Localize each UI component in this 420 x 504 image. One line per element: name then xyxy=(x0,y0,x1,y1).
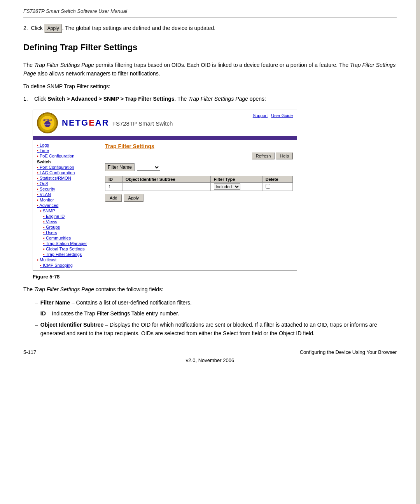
sidebar-item-global-trap[interactable]: Global Trap Settings xyxy=(35,246,99,252)
col-id: ID xyxy=(105,176,122,182)
sidebar-item-security[interactable]: Security xyxy=(35,186,99,192)
footer-right: Configuring the Device Using Your Browse… xyxy=(300,349,397,355)
sidebar-item-lag-config[interactable]: LAG Configuration xyxy=(35,170,99,175)
figure-label: Figure 5-78 xyxy=(33,274,397,280)
sidebar-item-icmp[interactable]: ICMP Snooping xyxy=(35,262,99,268)
field-id: ID – Indicates the Trap Filter Settings … xyxy=(35,309,397,318)
cell-oid xyxy=(122,182,210,191)
cell-filter-type: Included Excluded xyxy=(210,182,262,191)
fields-list: Filter Name – Contains a list of user-de… xyxy=(35,298,397,338)
screenshot-box: NETGEAR WIRELESS NETGEAR FS728TP Smart S… xyxy=(33,110,297,271)
product-name: FS728TP Smart Switch xyxy=(112,120,173,127)
sidebar: Logs Time PoE Configuration Switch Port … xyxy=(33,140,101,270)
refresh-help-row: Refresh Help xyxy=(105,152,293,159)
add-button[interactable]: Add xyxy=(105,194,122,202)
step-2: 2. Click Apply. The global trap settings… xyxy=(23,24,397,33)
field-filter-name: Filter Name – Contains a list of user-de… xyxy=(35,298,397,307)
right-panel: Trap Filter Settings Refresh Help Filter… xyxy=(101,140,297,270)
manual-title: FS728TP Smart Switch Software User Manua… xyxy=(23,8,127,14)
header-links: Support User Guide xyxy=(250,113,293,118)
footer: 5-117 Configuring the Device Using Your … xyxy=(23,346,397,355)
step2-after: . The global trap settings are defined a… xyxy=(62,25,215,31)
support-link[interactable]: Support xyxy=(253,113,268,118)
brand-area: NETGEAR FS728TP Smart Switch xyxy=(62,118,173,128)
sidebar-item-qos[interactable]: QoS xyxy=(35,181,99,186)
sidebar-item-views[interactable]: Views xyxy=(35,219,99,224)
sidebar-item-logs[interactable]: Logs xyxy=(35,142,99,148)
col-oid: Object Identifier Subtree xyxy=(122,176,210,182)
sidebar-section-switch: Switch xyxy=(35,159,99,164)
cell-id: 1 xyxy=(105,182,122,191)
main-content: Logs Time PoE Configuration Switch Port … xyxy=(33,140,297,270)
sidebar-item-trap-station[interactable]: Trap Station Manager xyxy=(35,241,99,246)
netgear-header: NETGEAR WIRELESS NETGEAR FS728TP Smart S… xyxy=(33,110,297,137)
filter-name-select[interactable] xyxy=(137,164,160,171)
desc-intro: The Trap Filter Settings Page contains t… xyxy=(23,285,397,294)
sidebar-item-vlan[interactable]: VLAN xyxy=(35,192,99,197)
sidebar-item-port-config[interactable]: Port Configuration xyxy=(35,164,99,170)
sidebar-item-poe[interactable]: PoE Configuration xyxy=(35,153,99,159)
trap-table: ID Object Identifier Subtree Filter Type… xyxy=(105,176,293,191)
sidebar-item-users[interactable]: Users xyxy=(35,230,99,235)
sidebar-item-engine-id[interactable]: Engine ID xyxy=(35,214,99,219)
section-para2: To define SNMP Trap Filter settings: xyxy=(23,82,397,91)
table-area: ID Object Identifier Subtree Filter Type… xyxy=(105,176,293,191)
panel-title: Trap Filter Settings xyxy=(105,143,293,149)
sidebar-item-advanced[interactable]: Advanced xyxy=(35,203,99,208)
col-filter-type: Filter Type xyxy=(210,176,262,182)
netgear-logo: NETGEAR WIRELESS xyxy=(37,112,58,133)
sidebar-item-monitor[interactable]: Monitor xyxy=(35,197,99,203)
apply-button[interactable]: Apply xyxy=(124,194,144,202)
bottom-buttons: Add Apply xyxy=(105,194,293,202)
sidebar-item-trap-filter[interactable]: Trap Filter Settings xyxy=(35,252,99,257)
col-delete: Delete xyxy=(262,176,292,182)
page-number: 5-117 xyxy=(23,349,36,355)
help-button[interactable]: Help xyxy=(276,152,293,159)
netgear-wordmark: NETGEAR FS728TP Smart Switch xyxy=(62,118,173,128)
refresh-button[interactable]: Refresh xyxy=(252,152,275,159)
filter-name-row: Filter Name xyxy=(105,163,293,171)
sidebar-item-multicast[interactable]: Multicast xyxy=(35,257,99,262)
table-row: 1 Included Excluded xyxy=(105,182,293,191)
sidebar-item-communities[interactable]: Communities xyxy=(35,235,99,241)
page-header: FS728TP Smart Switch Software User Manua… xyxy=(23,8,397,18)
step-1: 1. Click Switch > Advanced > SNMP > Trap… xyxy=(23,94,397,103)
delete-checkbox[interactable] xyxy=(266,184,270,189)
filter-type-select[interactable]: Included Excluded xyxy=(214,184,240,190)
field-oid: Object Identifier Subtree – Displays the… xyxy=(35,320,397,338)
cell-delete xyxy=(262,182,292,191)
filter-name-label: Filter Name xyxy=(105,163,135,171)
sidebar-item-snmp[interactable]: SNMP xyxy=(35,208,99,214)
user-guide-link[interactable]: User Guide xyxy=(271,113,293,118)
footer-center: v2.0, November 2006 xyxy=(23,355,397,363)
italic-ref1: Trap Filter Settings Page xyxy=(34,62,94,68)
section-para1: The Trap Filter Settings Page permits fi… xyxy=(23,61,397,78)
svg-text:WIRELESS: WIRELESS xyxy=(44,124,52,126)
section-heading: Defining Trap Filter Settings xyxy=(23,42,397,55)
apply-button-inline[interactable]: Apply xyxy=(44,24,62,33)
sidebar-item-statistics[interactable]: Statistics/RMON xyxy=(35,175,99,181)
desc-italic: Trap Filter Settings Page xyxy=(34,286,94,292)
sidebar-item-time[interactable]: Time xyxy=(35,148,99,153)
sidebar-item-groups[interactable]: Groups xyxy=(35,224,99,230)
step2-before: Click xyxy=(31,25,44,31)
nav-bar xyxy=(33,137,297,140)
